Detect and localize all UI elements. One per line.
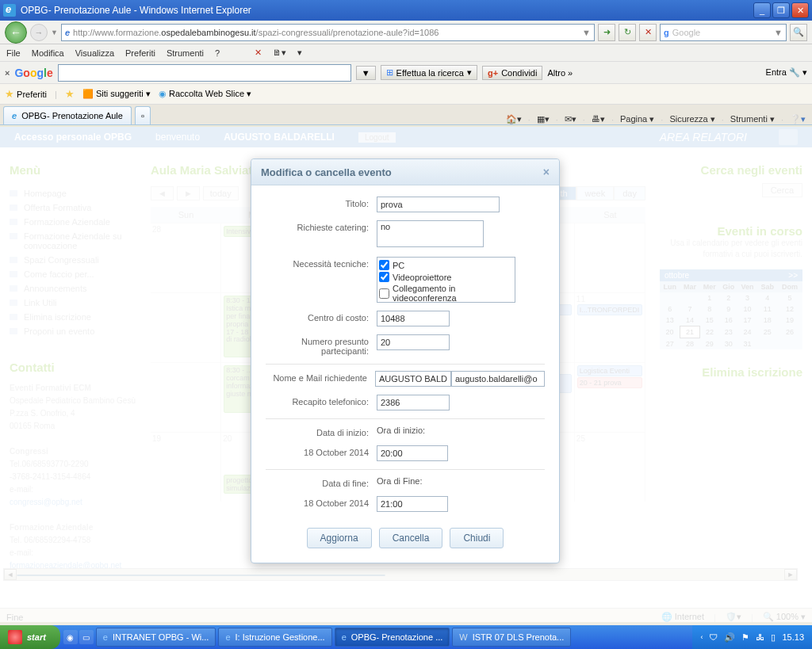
- back-button[interactable]: ←: [5, 21, 27, 44]
- label-ora-fine: Ora di Fine:: [377, 476, 422, 486]
- input-partecipanti[interactable]: [377, 334, 450, 350]
- address-bar[interactable]: e http://www.formazione.ospedalebambinog…: [61, 24, 595, 41]
- refresh-button[interactable]: ↻: [619, 24, 636, 41]
- page-menu[interactable]: Pagina ▾: [620, 114, 654, 124]
- print-icon[interactable]: 🖶▾: [592, 114, 605, 124]
- start-button[interactable]: start: [0, 625, 60, 649]
- forward-button[interactable]: →: [30, 24, 48, 41]
- task-button[interactable]: eI: Istruzione Gestione...: [218, 628, 331, 647]
- tray-expand-icon[interactable]: ‹: [700, 633, 703, 641]
- input-nome[interactable]: [375, 371, 451, 387]
- ql-chrome-icon[interactable]: ◉: [63, 630, 78, 644]
- safety-menu[interactable]: Sicurezza ▾: [669, 114, 714, 124]
- feeds-icon[interactable]: ▦▾: [537, 114, 550, 124]
- google-search-dropdown[interactable]: ▼: [356, 66, 376, 80]
- tray-network-icon[interactable]: 🖧: [756, 632, 764, 642]
- tray-battery-icon[interactable]: ▯: [771, 632, 776, 643]
- close-button[interactable]: Chiudi: [450, 528, 504, 548]
- browser-tab[interactable]: e OPBG- Prenotazione Aule: [3, 106, 132, 124]
- logout-button[interactable]: Logout: [358, 132, 396, 143]
- input-ora-inizio[interactable]: [377, 445, 448, 461]
- chk-videoproiettore[interactable]: Videoproiettore: [379, 271, 513, 283]
- input-titolo[interactable]: [377, 197, 500, 212]
- input-catering[interactable]: no: [377, 220, 484, 247]
- google-share-button[interactable]: g+Condividi: [482, 66, 542, 80]
- tray-volume-icon[interactable]: 🔊: [724, 632, 735, 643]
- task-button-active[interactable]: eOPBG- Prenotazione ...: [335, 628, 450, 647]
- ql-desktop-icon[interactable]: ▭: [79, 630, 94, 644]
- cal-view-week[interactable]: week: [576, 186, 615, 200]
- close-window-button[interactable]: ✕: [791, 2, 809, 18]
- search-button[interactable]: Cerca: [762, 183, 802, 197]
- sidebar-item[interactable]: Proponi un evento: [10, 324, 136, 338]
- clock[interactable]: 15.13: [782, 632, 804, 642]
- google-search-button[interactable]: ⊞Effettua la ricerca ▾: [381, 65, 477, 80]
- cal-next[interactable]: ►: [177, 186, 200, 200]
- scroll-left[interactable]: ◄: [4, 569, 17, 580]
- minimize-button[interactable]: _: [753, 2, 771, 18]
- chk-pc[interactable]: PC: [379, 259, 513, 271]
- web-slice[interactable]: ◉ Raccolta Web Slice ▾: [159, 89, 251, 99]
- select-icon[interactable]: ▾: [297, 48, 302, 58]
- mini-calendar[interactable]: ottobre>> LunMarMerGioVenSabDom 12345 67…: [660, 269, 802, 349]
- google-close[interactable]: ×: [5, 68, 10, 78]
- horizontal-scrollbar[interactable]: ◄ ►: [3, 568, 798, 581]
- go-button[interactable]: ➜: [598, 24, 615, 41]
- chk-videoconferenza[interactable]: Collegamento in videoconferenza: [379, 283, 513, 303]
- menu-preferiti[interactable]: Preferiti: [125, 48, 155, 58]
- sidebar-item[interactable]: Homepage: [10, 186, 136, 200]
- sidebar-item[interactable]: Spazi Congressuali: [10, 253, 136, 267]
- input-mail[interactable]: [451, 371, 545, 387]
- cal-today[interactable]: today: [203, 186, 239, 200]
- convert-icon[interactable]: 🗎▾: [273, 48, 286, 58]
- suggested-sites[interactable]: 🟧 Siti suggeriti ▾: [82, 89, 151, 99]
- update-button[interactable]: Aggiorna: [307, 528, 372, 548]
- maximize-button[interactable]: ❐: [772, 2, 790, 18]
- input-centro[interactable]: [377, 311, 450, 326]
- google-search-input[interactable]: [58, 64, 351, 82]
- word-icon: W: [459, 632, 467, 642]
- input-ora-fine[interactable]: [377, 496, 448, 512]
- help-box-icon[interactable]: [779, 129, 798, 145]
- cal-view-day[interactable]: day: [614, 186, 645, 200]
- sidebar-item[interactable]: Formazione Aziendale: [10, 215, 136, 229]
- stop-button[interactable]: ✕: [639, 24, 657, 41]
- menu-modifica[interactable]: Modifica: [32, 48, 64, 58]
- search-go-button[interactable]: 🔍: [790, 24, 807, 41]
- sidebar-item[interactable]: Formazione Aziendale su convocazione: [10, 229, 136, 253]
- tray-shield-icon[interactable]: 🛡: [709, 632, 718, 642]
- sidebar-item[interactable]: Come faccio per...: [10, 267, 136, 281]
- task-button[interactable]: WISTR 07 DLS Prenota...: [452, 628, 571, 647]
- google-more[interactable]: Altro »: [547, 68, 573, 78]
- scroll-right[interactable]: ►: [784, 569, 797, 580]
- tray-flag-icon[interactable]: ⚑: [741, 632, 749, 643]
- task-button[interactable]: eINTRANET OPBG - Wi...: [96, 628, 216, 647]
- sidebar-item[interactable]: Link Utili: [10, 296, 136, 310]
- header-user: AUGUSTO BALDARELLI: [224, 132, 335, 143]
- label-centro: Centro di costo:: [266, 311, 377, 323]
- add-favorite-icon[interactable]: ★: [65, 88, 75, 100]
- sidebar-item[interactable]: Offerta Formativa: [10, 200, 136, 215]
- help-icon[interactable]: ❔▾: [790, 114, 806, 124]
- command-bar: 🏠▾· ▦▾· ✉▾· 🖶▾· Pagina ▾· Sicurezza ▾· S…: [500, 114, 812, 124]
- tools-menu[interactable]: Strumenti ▾: [730, 114, 775, 124]
- google-entra[interactable]: Entra 🔧 ▾: [766, 67, 807, 78]
- home-icon[interactable]: 🏠▾: [506, 114, 522, 124]
- delete-button[interactable]: Cancella: [379, 528, 443, 548]
- label-telefono: Recapito telefonico:: [266, 395, 377, 407]
- new-tab-button[interactable]: ▫: [135, 106, 151, 124]
- mail-icon[interactable]: ✉▾: [565, 114, 576, 124]
- zoom-indicator[interactable]: 🔍 100% ▾: [763, 612, 806, 622]
- menu-help[interactable]: ?: [215, 48, 220, 58]
- cal-prev[interactable]: ◄: [151, 186, 174, 200]
- modal-close-icon[interactable]: ×: [543, 166, 550, 178]
- favorites-button[interactable]: ★ Preferiti: [5, 88, 47, 100]
- menu-file[interactable]: File: [6, 48, 21, 58]
- input-telefono[interactable]: [377, 395, 450, 410]
- x-icon[interactable]: ✕: [255, 48, 262, 58]
- sidebar-item[interactable]: Elimina iscrizione: [10, 310, 136, 324]
- browser-search[interactable]: g Google ▼: [660, 24, 787, 41]
- menu-strumenti[interactable]: Strumenti: [167, 48, 204, 58]
- sidebar-item[interactable]: Announcements: [10, 281, 136, 296]
- menu-visualizza[interactable]: Visualizza: [75, 48, 114, 58]
